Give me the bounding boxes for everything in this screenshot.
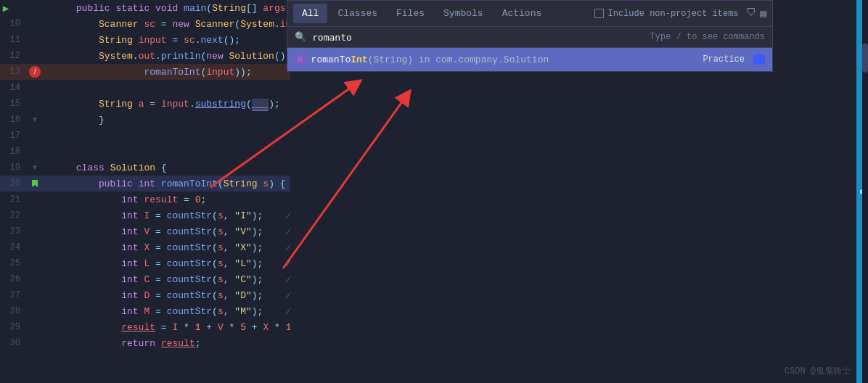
include-non-project[interactable]: Include non-project items	[594, 9, 739, 19]
line-number-11: 11	[0, 35, 28, 45]
line-number-21: 21	[0, 194, 28, 205]
method-icon: m	[295, 54, 306, 65]
line-number-27: 27	[0, 290, 28, 300]
include-checkbox[interactable]	[594, 9, 604, 18]
filter-icons: ⛉ ▤	[746, 7, 766, 20]
line-number-10: 10	[0, 19, 28, 29]
search-tabs: All Classes Files Symbols Actions Includ…	[287, 1, 772, 27]
code-editor[interactable]: ▶ public static void main(String[] args)…	[0, 0, 290, 383]
line-number-18: 18	[0, 147, 28, 157]
bottom-watermark: CSDN @鬼鬼骑士	[785, 365, 851, 377]
fold-icon-19[interactable]: ▼	[33, 164, 37, 172]
search-input-row[interactable]: 🔍 Type / to see commands	[287, 27, 772, 48]
tab-files[interactable]: Files	[388, 4, 433, 23]
line-30: 30 return result;	[0, 335, 290, 351]
search-magnifier-icon: 🔍	[295, 31, 306, 43]
scrollbar-thumb[interactable]	[862, 44, 868, 73]
line-number-13: 13	[0, 67, 28, 77]
svg-line-2	[283, 96, 406, 268]
search-overlay[interactable]: All Classes Files Symbols Actions Includ…	[287, 0, 773, 72]
gutter-13: !	[28, 66, 42, 78]
filter-icon[interactable]: ⛉	[746, 7, 756, 20]
line-number-30: 30	[0, 338, 28, 348]
result-text-after: (String) in com.company.Solution	[368, 54, 549, 65]
line-number-12: 12	[0, 51, 28, 61]
error-icon: !	[29, 66, 41, 78]
search-result-row[interactable]: m romanToInt(String) in com.company.Solu…	[287, 48, 772, 71]
tab-symbols[interactable]: Symbols	[435, 4, 492, 23]
line-number-24: 24	[0, 242, 28, 252]
line-number-23: 23	[0, 226, 28, 236]
content-30: return result;	[42, 327, 290, 360]
line-number-16: 16	[0, 115, 28, 125]
gutter-20	[28, 180, 42, 187]
result-text-before: romanTo	[311, 54, 351, 65]
line-number-20: 20	[0, 178, 28, 189]
bookmark-icon-20	[32, 180, 38, 187]
result-text-highlight: Int	[351, 54, 367, 65]
result-badge-icon	[753, 54, 765, 65]
line-number-22: 22	[0, 210, 28, 221]
line-number-14: 14	[0, 83, 28, 93]
line-16: 16 ▼ }	[0, 112, 290, 128]
line-number-26: 26	[0, 274, 28, 284]
search-input[interactable]	[312, 32, 644, 43]
result-text: romanToInt(String) in com.company.Soluti…	[311, 54, 697, 65]
line-number-25: 25	[0, 258, 28, 268]
line-number-19: 19	[0, 162, 28, 173]
fold-icon-16[interactable]: ▼	[33, 116, 37, 124]
tab-classes[interactable]: Classes	[329, 4, 386, 23]
include-label: Include non-project items	[608, 9, 739, 19]
line-number-17: 17	[0, 131, 28, 141]
line-number-28: 28	[0, 306, 28, 316]
gutter-19: ▼	[28, 164, 42, 172]
line-number-15: 15	[0, 99, 28, 109]
line-17: 17	[0, 128, 290, 144]
tab-all[interactable]: All	[293, 4, 327, 23]
tab-actions[interactable]: Actions	[494, 4, 551, 23]
layout-icon[interactable]: ▤	[761, 7, 766, 20]
result-badge-text: Practice	[703, 54, 745, 65]
line-13: 13 ! romanToInt(input));	[0, 64, 290, 80]
line-number-29: 29	[0, 322, 28, 332]
scrollbar[interactable]	[862, 0, 868, 383]
search-hint: Type / to see commands	[650, 32, 765, 42]
gutter-16: ▼	[28, 116, 42, 124]
